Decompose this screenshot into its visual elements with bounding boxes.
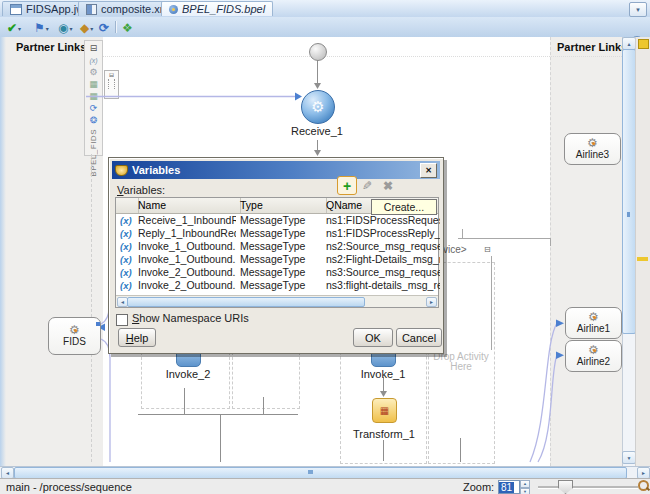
table-row[interactable]: (x) Receive_1_InboundR... MessageType ns… [116, 214, 437, 227]
refresh-button[interactable]: ⟳ [99, 20, 109, 34]
collapse-icon[interactable]: ⊟ [484, 245, 491, 254]
zoom-value-field[interactable]: 81 [498, 480, 520, 494]
jdeveloper-window: FIDSApp.jws composite.xml BPEL_FIDS.bpel… [0, 0, 650, 494]
monitor-icon[interactable]: ▦ [89, 91, 98, 102]
cell-type: MessageType [236, 240, 322, 253]
cell-qname: ns3:flight-details_msg_reply [322, 279, 440, 292]
tab-bpel-fids-bpel[interactable]: BPEL_FIDS.bpel [161, 1, 273, 16]
cell-type: MessageType [236, 253, 322, 266]
collapse-icon: ⊟ [109, 71, 114, 78]
warning-marker[interactable] [637, 257, 648, 261]
dialog-title-bar[interactable]: Variables ✕ [112, 161, 440, 179]
cell-name: Reply_1_InboundReq... [134, 227, 236, 240]
breadcrumb-path: main - /process/sequence [6, 481, 132, 493]
zoom-slider-track[interactable] [538, 486, 638, 489]
partner-link-fids[interactable]: ⚙ FIDS [48, 317, 101, 355]
application-file-icon [10, 4, 22, 15]
cell-qname: ns3:Source_msg_requsest [322, 266, 440, 279]
minimized-panel[interactable]: ⊟ [104, 70, 119, 99]
table-row[interactable]: (x) Reply_1_InboundReq... MessageType ns… [116, 227, 437, 240]
tab-overflow-button[interactable]: ▼ [629, 2, 647, 17]
cell-name: Receive_1_InboundR... [134, 214, 236, 227]
scroll-right-button[interactable]: ► [426, 297, 437, 307]
create-tooltip: Create... [371, 199, 437, 215]
gear-icon: ⚙ [69, 325, 80, 336]
vertical-scrollbar-thumb[interactable] [622, 49, 636, 334]
invoke2-activity-label: Invoke_2 [158, 368, 218, 380]
drop-activity-hint: Drop Activity Here [424, 352, 498, 372]
delete-variable-button[interactable]: ✖ [383, 179, 393, 193]
marker-margin [635, 37, 650, 466]
collapse-icon[interactable]: ⊟ [90, 43, 98, 54]
type-column-header[interactable]: Type [236, 198, 327, 213]
variables-icon[interactable]: (x) [89, 55, 97, 66]
scroll-down-button[interactable]: ▼ [622, 451, 636, 464]
left-lane-title: Partner Links [16, 41, 86, 53]
cell-name: Invoke_1_Outbound... [134, 253, 236, 266]
chevron-down-icon: ▾ [69, 24, 72, 34]
sync-icon[interactable]: ⟳ [90, 103, 98, 114]
transform-activity-node[interactable]: ▦ [372, 398, 397, 423]
bookmark-button[interactable]: ⚑ ▾ [34, 20, 49, 34]
partner-link-label: FIDS [63, 336, 86, 347]
gear-icon: ⚙ [311, 98, 324, 116]
cell-qname: ns2:Source_msg_requsest [322, 240, 440, 253]
process-start-node[interactable] [309, 43, 327, 61]
create-variable-button[interactable]: + [337, 176, 357, 195]
composite-file-icon [86, 4, 97, 15]
cancel-button[interactable]: Cancel [396, 328, 442, 347]
warning-marker[interactable] [638, 39, 649, 49]
table-row[interactable]: (x) Invoke_1_Outbound... MessageType ns2… [116, 240, 437, 253]
partner-link-airline1[interactable]: ⚙ Airline1 [565, 307, 622, 339]
deploy-icon: ◆ [80, 22, 89, 34]
validate-button[interactable]: ✔ ▾ [7, 20, 21, 34]
share-button[interactable]: ❖ [122, 20, 133, 34]
show-namespace-checkbox[interactable] [116, 314, 128, 326]
deploy-button[interactable]: ◆ ▾ [80, 20, 93, 34]
tab-label: BPEL_FIDS.bpel [182, 3, 265, 15]
bpel-file-icon [169, 5, 178, 14]
fit-zoom-icon[interactable] [637, 479, 650, 492]
table-horizontal-scrollbar[interactable]: ◄ ► [116, 295, 438, 307]
gear-icon: ⚙ [588, 345, 599, 356]
scrollbar-marker [627, 212, 630, 217]
partner-link-airline2[interactable]: ⚙ Airline2 [565, 340, 622, 372]
gear-icon: ⚙ [588, 312, 599, 323]
table-row[interactable]: (x) Invoke_2_Outbound... MessageType ns3… [116, 266, 437, 279]
partner-link-label: Airline3 [576, 149, 609, 160]
process-icon[interactable]: ❂ [90, 115, 98, 126]
check-icon: ✔ [7, 22, 17, 34]
globe-button[interactable]: ◉ ▾ [58, 20, 73, 34]
receive-activity-node[interactable]: ⚙ [301, 90, 335, 124]
help-button[interactable]: Help [118, 328, 156, 347]
zoom-stepper[interactable]: ▲ ▼ [520, 480, 530, 493]
dialog-title: Variables [132, 164, 180, 176]
edit-variable-button[interactable]: ✎ [362, 179, 372, 193]
cell-type: MessageType [236, 279, 322, 292]
bookmark-icon: ⚑ [34, 22, 45, 34]
table-row[interactable]: (x) Invoke_1_Outbound... MessageType ns2… [116, 253, 437, 266]
show-namespace-label[interactable]: Show Namespace URIs [132, 312, 249, 324]
partner-link-airline3[interactable]: ⚙ Airline3 [564, 133, 621, 165]
ok-button[interactable]: OK [353, 328, 393, 347]
cell-name: Invoke_1_Outbound... [134, 240, 236, 253]
spin-down-icon[interactable]: ▼ [520, 488, 530, 494]
gear-icon[interactable]: ⚙ [89, 67, 97, 78]
toolbar-separator [115, 21, 117, 33]
table-row[interactable]: (x) Invoke_2_Outbound... MessageType ns3… [116, 279, 437, 292]
cell-type: MessageType [236, 227, 322, 240]
monitor-icon[interactable]: ▦ [89, 79, 98, 90]
name-column-header[interactable]: Name [134, 198, 241, 213]
editor-tab-bar: FIDSApp.jws composite.xml BPEL_FIDS.bpel… [0, 0, 650, 18]
cell-type: MessageType [236, 214, 322, 227]
scope-label-fragment: vice> [443, 244, 467, 255]
chevron-down-icon: ▾ [90, 24, 93, 34]
chevron-down-icon: ▾ [46, 24, 49, 34]
spin-up-icon[interactable]: ▲ [520, 480, 530, 488]
variables-dialog: Variables ✕ Variables: + ✎ ✖ Name Type Q… [108, 157, 444, 354]
zoom-label: Zoom: [463, 481, 494, 493]
table-scrollbar-thumb[interactable] [127, 297, 365, 307]
right-lane-title: Partner Links [557, 41, 627, 53]
right-partner-links-lane [550, 37, 623, 466]
close-icon[interactable]: ✕ [420, 163, 437, 178]
